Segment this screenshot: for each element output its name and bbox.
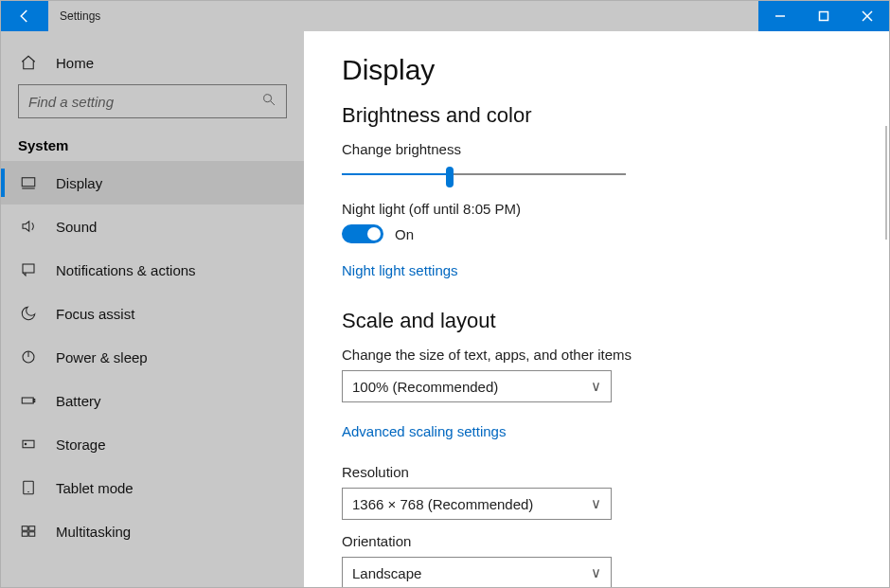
svg-rect-19 [22,532,27,537]
sidebar-item-label: Power & sleep [56,349,148,365]
battery-icon [18,390,39,411]
svg-rect-8 [23,264,34,273]
svg-rect-18 [29,526,35,531]
svg-rect-12 [33,400,35,402]
sidebar-item-tablet-mode[interactable]: Tablet mode [1,466,304,509]
sidebar: Home System Display Sound [1,31,304,587]
heading-brightness: Brightness and color [342,103,851,128]
titlebar: Settings [1,1,889,31]
search-icon [261,92,276,111]
sidebar-item-multitasking[interactable]: Multitasking [1,509,304,553]
content-pane: Display Brightness and color Change brig… [304,31,889,587]
tablet-icon [18,477,39,498]
sidebar-home[interactable]: Home [1,41,304,84]
multitasking-icon [18,521,39,542]
app-title: Settings [48,1,112,31]
night-light-toggle[interactable] [342,224,383,243]
monitor-icon [18,172,39,193]
label-change-brightness: Change brightness [342,141,851,157]
storage-icon [18,434,39,454]
heading-scale: Scale and layout [342,309,851,333]
sidebar-item-focus-assist[interactable]: Focus assist [1,292,304,335]
sidebar-group-label: System [1,128,304,161]
minimize-icon [774,10,786,22]
dropdown-resolution-value: 1366 × 768 (Recommended) [352,496,533,512]
sidebar-item-label: Focus assist [56,306,134,322]
sidebar-item-notifications[interactable]: Notifications & actions [1,248,304,292]
sidebar-home-label: Home [56,55,94,71]
minimize-button[interactable] [758,1,802,31]
chevron-down-icon: ∨ [591,378,601,395]
home-icon [18,52,39,73]
arrow-left-icon [16,8,33,25]
page-title: Display [342,54,851,86]
search-input[interactable] [28,94,261,110]
toggle-state-label: On [395,226,414,242]
back-button[interactable] [1,1,48,31]
sidebar-item-battery[interactable]: Battery [1,379,304,422]
svg-line-5 [271,101,275,105]
svg-rect-17 [22,526,27,531]
sidebar-item-label: Notifications & actions [56,262,196,278]
brightness-slider[interactable] [342,165,626,184]
sidebar-item-label: Storage [56,437,106,453]
dropdown-orientation-value: Landscape [352,565,421,581]
maximize-button[interactable] [802,1,846,31]
chevron-down-icon: ∨ [591,495,601,512]
power-icon [18,347,39,367]
search-box[interactable] [18,84,287,118]
sidebar-item-label: Tablet mode [56,480,134,496]
link-night-light-settings[interactable]: Night light settings [342,262,458,278]
maximize-icon [818,10,829,22]
svg-rect-20 [29,532,35,537]
settings-window: Settings Home [0,0,890,588]
sidebar-item-label: Display [56,175,102,191]
slider-thumb[interactable] [446,167,454,187]
notifications-icon [18,259,39,280]
dropdown-scale[interactable]: 100% (Recommended) ∨ [342,370,612,402]
label-night-light: Night light (off until 8:05 PM) [342,201,851,217]
dropdown-resolution[interactable]: 1366 × 768 (Recommended) ∨ [342,488,612,520]
label-text-size: Change the size of text, apps, and other… [342,347,851,363]
sidebar-item-label: Multitasking [56,524,131,540]
sidebar-item-display[interactable]: Display [1,161,304,205]
sound-icon [18,216,39,237]
caption-buttons [758,1,889,31]
svg-point-4 [264,95,272,102]
svg-point-14 [25,443,27,445]
svg-rect-1 [820,12,828,21]
dropdown-scale-value: 100% (Recommended) [352,379,498,395]
sidebar-item-sound[interactable]: Sound [1,205,304,248]
svg-rect-6 [22,178,35,187]
sidebar-item-power-sleep[interactable]: Power & sleep [1,335,304,379]
sidebar-item-storage[interactable]: Storage [1,422,304,466]
focus-assist-icon [18,303,39,324]
label-resolution: Resolution [342,464,851,480]
sidebar-item-label: Sound [56,219,97,235]
close-icon [862,10,873,22]
close-button[interactable] [846,1,889,31]
svg-rect-11 [22,398,33,403]
link-advanced-scaling[interactable]: Advanced scaling settings [342,423,506,439]
label-orientation: Orientation [342,533,851,549]
dropdown-orientation[interactable]: Landscape ∨ [342,557,612,587]
chevron-down-icon: ∨ [591,564,601,581]
sidebar-item-label: Battery [56,393,101,409]
